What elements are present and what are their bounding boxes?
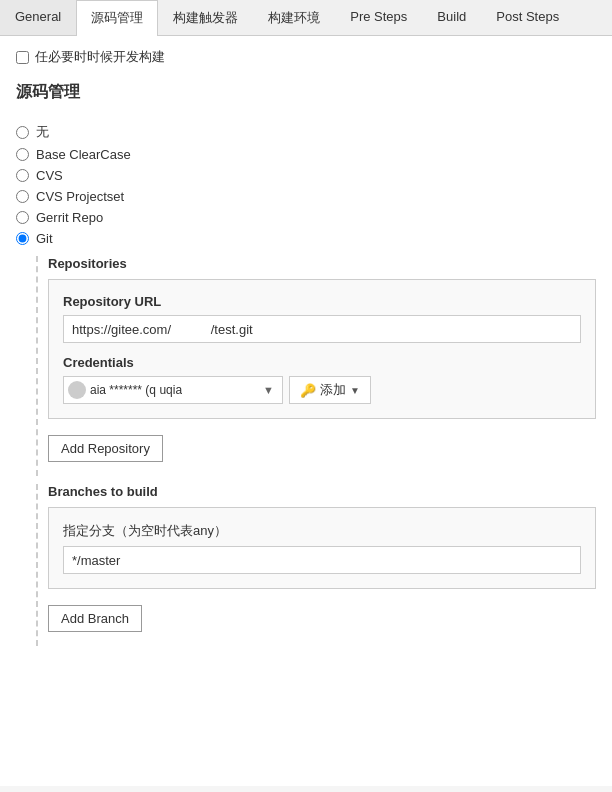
branch-input[interactable] bbox=[63, 546, 581, 574]
scm-option-git: Git bbox=[16, 231, 596, 246]
scm-option-gerrit-repo: Gerrit Repo bbox=[16, 210, 596, 225]
repositories-section: Repositories Repository URL Credentials … bbox=[36, 256, 596, 476]
radio-git[interactable] bbox=[16, 232, 29, 245]
tab-source-control[interactable]: 源码管理 bbox=[76, 0, 158, 36]
tab-pre-steps[interactable]: Pre Steps bbox=[335, 0, 422, 35]
tab-build-env[interactable]: 构建环境 bbox=[253, 0, 335, 35]
radio-clearcase[interactable] bbox=[16, 148, 29, 161]
scm-label-cvs-projectset: CVS Projectset bbox=[36, 189, 124, 204]
radio-cvs[interactable] bbox=[16, 169, 29, 182]
cred-text: aia ******* (q uqia bbox=[90, 383, 182, 397]
repo-url-label: Repository URL bbox=[63, 294, 581, 309]
add-credentials-button[interactable]: 🔑 添加 ▼ bbox=[289, 376, 371, 404]
credentials-label: Credentials bbox=[63, 355, 581, 370]
scm-option-cvs: CVS bbox=[16, 168, 596, 183]
repo-box: Repository URL Credentials aia ******* (… bbox=[48, 279, 596, 419]
build-checkbox[interactable] bbox=[16, 51, 29, 64]
scm-option-clearcase: Base ClearCase bbox=[16, 147, 596, 162]
key-icon: 🔑 bbox=[300, 383, 316, 398]
cred-avatar bbox=[68, 381, 86, 399]
add-repository-button[interactable]: Add Repository bbox=[48, 435, 163, 462]
add-branch-button[interactable]: Add Branch bbox=[48, 605, 142, 632]
repo-url-input[interactable] bbox=[63, 315, 581, 343]
tab-build-trigger[interactable]: 构建触发器 bbox=[158, 0, 253, 35]
branch-field-label: 指定分支（为空时代表any） bbox=[63, 522, 581, 540]
repositories-label: Repositories bbox=[48, 256, 596, 271]
tab-build[interactable]: Build bbox=[422, 0, 481, 35]
branches-section: Branches to build 指定分支（为空时代表any） Add Bra… bbox=[36, 484, 596, 646]
tab-bar: General 源码管理 构建触发器 构建环境 Pre Steps Build … bbox=[0, 0, 612, 36]
checkbox-row: 任必要时时候开发构建 bbox=[16, 48, 596, 66]
scm-option-none: 无 bbox=[16, 123, 596, 141]
credentials-select-inner: aia ******* (q uqia bbox=[68, 381, 259, 399]
radio-gerrit-repo[interactable] bbox=[16, 211, 29, 224]
scm-label-none: 无 bbox=[36, 123, 49, 141]
credentials-dropdown-arrow[interactable]: ▼ bbox=[259, 384, 278, 396]
branch-box: 指定分支（为空时代表any） bbox=[48, 507, 596, 589]
add-btn-dropdown-arrow: ▼ bbox=[350, 385, 360, 396]
main-content: 任必要时时候开发构建 源码管理 无 Base ClearCase CVS CVS… bbox=[0, 36, 612, 786]
branches-label: Branches to build bbox=[48, 484, 596, 499]
section-title: 源码管理 bbox=[16, 82, 596, 109]
radio-none[interactable] bbox=[16, 126, 29, 139]
scm-option-cvs-projectset: CVS Projectset bbox=[16, 189, 596, 204]
add-btn-label: 添加 bbox=[320, 381, 346, 399]
checkbox-label: 任必要时时候开发构建 bbox=[35, 48, 165, 66]
scm-label-git: Git bbox=[36, 231, 53, 246]
tab-general[interactable]: General bbox=[0, 0, 76, 35]
tab-post-steps[interactable]: Post Steps bbox=[481, 0, 574, 35]
credentials-select[interactable]: aia ******* (q uqia ▼ bbox=[63, 376, 283, 404]
radio-cvs-projectset[interactable] bbox=[16, 190, 29, 203]
scm-radio-group: 无 Base ClearCase CVS CVS Projectset Gerr… bbox=[16, 123, 596, 246]
scm-label-gerrit-repo: Gerrit Repo bbox=[36, 210, 103, 225]
scm-label-cvs: CVS bbox=[36, 168, 63, 183]
credentials-row: aia ******* (q uqia ▼ 🔑 添加 ▼ bbox=[63, 376, 581, 404]
scm-label-clearcase: Base ClearCase bbox=[36, 147, 131, 162]
